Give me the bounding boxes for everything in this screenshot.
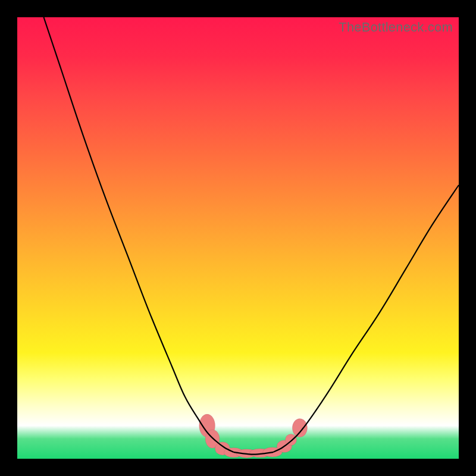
left-branch-curve bbox=[44, 17, 234, 452]
highlight-blob bbox=[292, 419, 307, 437]
highlight-blobs-group bbox=[199, 414, 308, 458]
right-branch-curve bbox=[273, 185, 459, 452]
plot-area: TheBottleneck.com bbox=[17, 17, 459, 459]
outer-frame: TheBottleneck.com bbox=[0, 0, 476, 476]
chart-svg bbox=[17, 17, 459, 459]
